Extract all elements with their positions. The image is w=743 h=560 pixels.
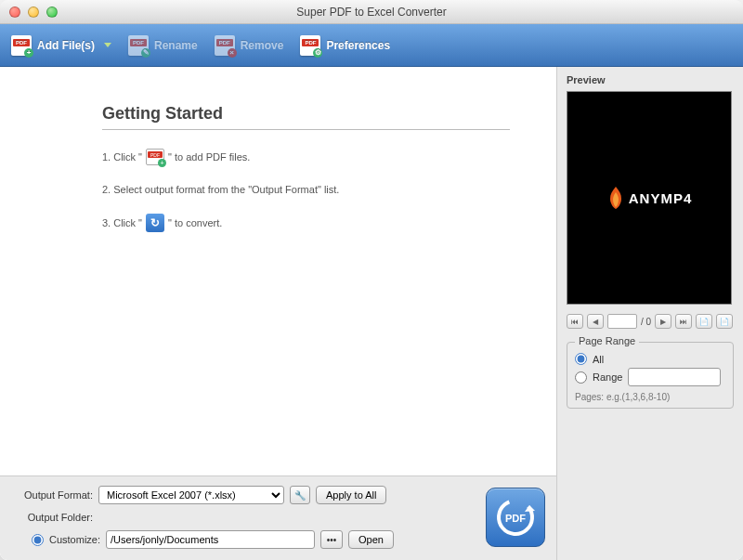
- doc-button-1[interactable]: 📄: [696, 314, 712, 329]
- step-3: 3. Click " ↻ " to convert.: [102, 214, 510, 232]
- open-button[interactable]: Open: [348, 530, 394, 549]
- add-files-label: Add File(s): [37, 39, 95, 52]
- step-2: 2. Select output format from the "Output…: [102, 184, 510, 195]
- ellipsis-icon: •••: [327, 535, 337, 545]
- range-all-label: All: [593, 354, 604, 365]
- pdf-rename-icon: ✎: [128, 35, 149, 56]
- output-folder-label: Output Folder:: [11, 512, 93, 523]
- page-total: / 0: [641, 317, 651, 327]
- last-page-button[interactable]: ⏭: [675, 314, 692, 329]
- output-form: Output Format: Microsoft Excel 2007 (*.x…: [11, 486, 475, 549]
- last-icon: ⏭: [680, 318, 687, 326]
- next-icon: ▶: [660, 318, 666, 326]
- output-format-select[interactable]: Microsoft Excel 2007 (*.xlsx): [98, 486, 284, 504]
- toolbar: + Add File(s) ✎ Rename × Remove ⚙ Prefer…: [0, 24, 743, 67]
- getting-started-heading: Getting Started: [102, 104, 510, 124]
- first-page-button[interactable]: ⏮: [567, 314, 583, 329]
- add-files-button[interactable]: + Add File(s): [11, 35, 111, 56]
- output-path-input[interactable]: [106, 530, 315, 549]
- rename-label: Rename: [154, 39, 198, 52]
- preferences-button[interactable]: ⚙ Preferences: [300, 35, 390, 56]
- pdf-remove-icon: ×: [215, 35, 235, 56]
- main-area: Getting Started 1. Click " + " to add PD…: [0, 67, 556, 475]
- preview-box: ANYMP4: [567, 91, 732, 305]
- range-hint: Pages: e.g.(1,3,6,8-10): [575, 392, 725, 402]
- preferences-label: Preferences: [326, 39, 390, 52]
- flame-icon: [606, 186, 625, 210]
- remove-label: Remove: [241, 39, 284, 52]
- prev-page-button[interactable]: ◀: [587, 314, 604, 329]
- page-range-legend: Page Range: [575, 335, 639, 346]
- doc-icon: 📄: [699, 318, 709, 326]
- anymp4-logo: ANYMP4: [606, 186, 693, 210]
- svg-marker-1: [525, 505, 535, 512]
- range-all-radio[interactable]: [575, 353, 587, 365]
- customize-radio[interactable]: [32, 534, 44, 546]
- app-window: Super PDF to Excel Converter + Add File(…: [0, 0, 743, 560]
- range-range-radio[interactable]: [575, 371, 587, 384]
- range-range-label: Range: [593, 371, 622, 383]
- range-input[interactable]: [628, 368, 721, 386]
- first-icon: ⏮: [571, 318, 579, 326]
- step-1: 1. Click " + " to add PDF files.: [102, 149, 510, 165]
- rename-button[interactable]: ✎ Rename: [128, 35, 198, 56]
- pdf-add-icon: +: [11, 35, 32, 56]
- settings-button[interactable]: 🔧: [290, 486, 310, 504]
- divider: [102, 129, 510, 130]
- prev-icon: ◀: [593, 318, 598, 326]
- window-title: Super PDF to Excel Converter: [0, 6, 743, 19]
- convert-button[interactable]: PDF: [486, 488, 545, 547]
- preview-title: Preview: [567, 72, 734, 87]
- pager: ⏮ ◀ / 0 ▶ ⏭ 📄 📄: [567, 314, 734, 329]
- wrench-icon: 🔧: [294, 490, 306, 501]
- titlebar: Super PDF to Excel Converter: [0, 0, 743, 24]
- next-page-button[interactable]: ▶: [655, 314, 671, 329]
- dropdown-icon: [104, 43, 111, 47]
- svg-text:PDF: PDF: [505, 513, 526, 524]
- left-pane: Getting Started 1. Click " + " to add PD…: [0, 67, 557, 560]
- getting-started: Getting Started 1. Click " + " to add PD…: [0, 67, 556, 475]
- page-input[interactable]: [607, 314, 637, 329]
- convert-icon: PDF: [494, 496, 537, 539]
- pdf-preferences-icon: ⚙: [300, 35, 320, 56]
- doc-icon: 📄: [720, 318, 729, 326]
- output-format-label: Output Format:: [11, 489, 93, 501]
- body: Getting Started 1. Click " + " to add PD…: [0, 67, 743, 560]
- output-panel: Output Format: Microsoft Excel 2007 (*.x…: [0, 475, 556, 560]
- right-pane: Preview ANYMP4 ⏮ ◀ / 0 ▶ ⏭ 📄 📄: [557, 67, 743, 560]
- page-range-fieldset: Page Range All Range Pages: e.g.(1,3,6,8…: [567, 342, 734, 409]
- doc-button-2[interactable]: 📄: [716, 314, 733, 329]
- convert-mini-icon: ↻: [146, 214, 164, 232]
- apply-all-button[interactable]: Apply to All: [316, 486, 386, 504]
- logo-text: ANYMP4: [629, 190, 693, 206]
- remove-button[interactable]: × Remove: [215, 35, 284, 56]
- browse-button[interactable]: •••: [320, 530, 343, 549]
- customize-label: Customize:: [49, 534, 100, 545]
- pdf-add-mini-icon: +: [146, 149, 164, 165]
